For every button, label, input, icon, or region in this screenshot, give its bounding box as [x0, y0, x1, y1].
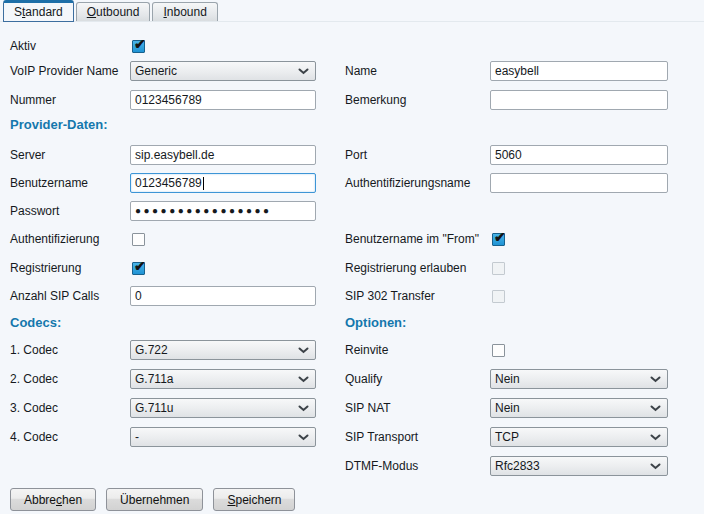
codec1-label: 1. Codec: [10, 343, 130, 357]
tab-inbound[interactable]: Inbound: [152, 2, 217, 21]
registrierung-erlauben-label: Registrierung erlauben: [345, 261, 490, 275]
sip-transport-select[interactable]: TCP: [490, 427, 668, 447]
aktiv-checkbox[interactable]: [132, 40, 145, 53]
aktiv-label: Aktiv: [10, 39, 130, 53]
authentifizierungsname-label: Authentifizierungsname: [345, 176, 490, 190]
codec1-select[interactable]: G.722: [130, 340, 316, 360]
chevron-down-icon: [298, 376, 309, 383]
chevron-down-icon: [298, 405, 309, 412]
provider-config-panel: Standard Outbound Inbound Aktiv VoIP Pro…: [0, 0, 704, 514]
authentifizierung-checkbox[interactable]: [132, 233, 145, 246]
nummer-input[interactable]: 0123456789: [130, 90, 316, 110]
sip-nat-label: SIP NAT: [345, 401, 490, 415]
codec3-label: 3. Codec: [10, 401, 130, 415]
benutzername-label: Benutzername: [10, 176, 130, 190]
provider-daten-header: Provider-Daten:: [10, 117, 108, 132]
chevron-down-icon: [650, 405, 661, 412]
chevron-down-icon: [650, 376, 661, 383]
codec4-select[interactable]: -: [130, 427, 316, 447]
save-button[interactable]: Speichern: [213, 488, 295, 511]
nummer-label: Nummer: [10, 93, 130, 107]
voip-provider-label: VoIP Provider Name: [10, 64, 130, 78]
codecs-header: Codecs:: [10, 315, 61, 330]
qualify-label: Qualify: [345, 372, 490, 386]
tab-outbound[interactable]: Outbound: [76, 2, 151, 21]
port-label: Port: [345, 148, 490, 162]
optionen-header: Optionen:: [345, 315, 406, 330]
tab-standard[interactable]: Standard: [3, 0, 74, 22]
codec2-label: 2. Codec: [10, 372, 130, 386]
name-label: Name: [345, 64, 490, 78]
sip-302-transfer-label: SIP 302 Transfer: [345, 289, 490, 303]
name-input[interactable]: easybell: [490, 61, 668, 81]
bemerkung-label: Bemerkung: [345, 93, 490, 107]
reinvite-checkbox[interactable]: [492, 344, 505, 357]
sip-transport-label: SIP Transport: [345, 430, 490, 444]
port-input[interactable]: 5060: [490, 145, 668, 165]
anzahl-sip-calls-label: Anzahl SIP Calls: [10, 289, 130, 303]
chevron-down-icon: [650, 463, 661, 470]
authentifizierung-label: Authentifizierung: [10, 232, 130, 246]
server-label: Server: [10, 148, 130, 162]
sip-nat-select[interactable]: Nein: [490, 398, 668, 418]
benutzername-input[interactable]: 0123456789: [130, 173, 316, 193]
server-input[interactable]: sip.easybell.de: [130, 145, 316, 165]
sip-302-transfer-checkbox: [492, 290, 505, 303]
registrierung-checkbox[interactable]: [132, 262, 145, 275]
codec2-select[interactable]: G.711a: [130, 369, 316, 389]
registrierung-label: Registrierung: [10, 261, 130, 275]
bemerkung-input[interactable]: [490, 90, 668, 110]
authentifizierungsname-input[interactable]: [490, 173, 668, 193]
chevron-down-icon: [650, 434, 661, 441]
action-button-row: Abbrechen Übernehmen Speichern: [10, 488, 295, 511]
text-caret: [203, 177, 204, 190]
benutzername-im-from-label: Benutzername im "From": [345, 232, 490, 246]
voip-provider-select[interactable]: Generic: [130, 61, 316, 81]
chevron-down-icon: [298, 347, 309, 354]
benutzername-im-from-checkbox[interactable]: [492, 233, 505, 246]
chevron-down-icon: [298, 434, 309, 441]
reinvite-label: Reinvite: [345, 343, 490, 357]
dtmf-modus-select[interactable]: Rfc2833: [490, 456, 668, 476]
codec3-select[interactable]: G.711u: [130, 398, 316, 418]
cancel-button[interactable]: Abbrechen: [10, 488, 96, 511]
apply-button[interactable]: Übernehmen: [106, 488, 203, 511]
dtmf-modus-label: DTMF-Modus: [345, 459, 490, 473]
qualify-select[interactable]: Nein: [490, 369, 668, 389]
anzahl-sip-calls-input[interactable]: 0: [130, 286, 316, 306]
passwort-label: Passwort: [10, 204, 130, 218]
codec4-label: 4. Codec: [10, 430, 130, 444]
chevron-down-icon: [298, 68, 309, 75]
tab-bar: Standard Outbound Inbound: [0, 0, 704, 22]
passwort-input[interactable]: ●●●●●●●●●●●●●●●●: [130, 201, 316, 221]
registrierung-erlauben-checkbox: [492, 262, 505, 275]
